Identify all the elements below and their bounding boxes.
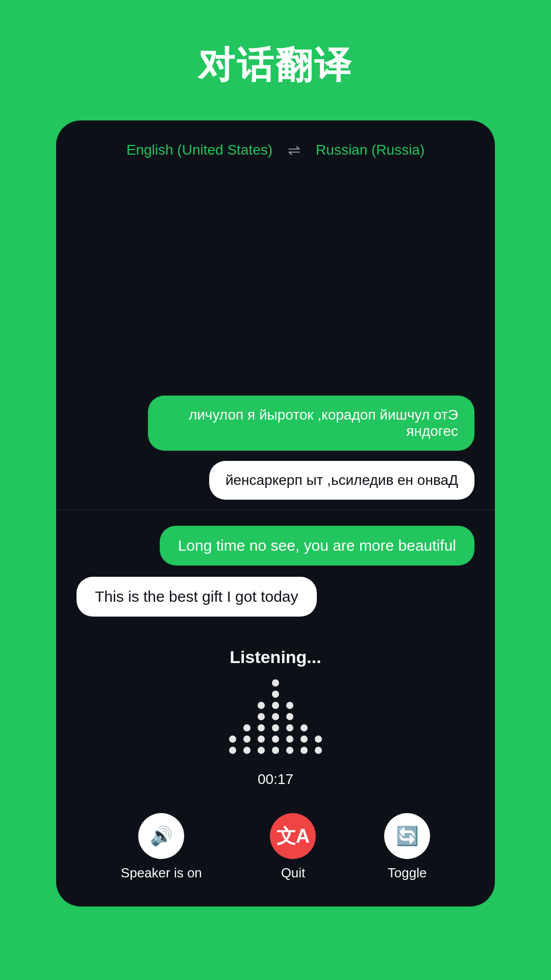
wave-dot	[258, 747, 265, 754]
wave-dot	[315, 747, 322, 754]
wave-dot	[286, 747, 293, 754]
toggle-control[interactable]: 🔄 Toggle	[384, 813, 430, 881]
wave-dot	[286, 713, 293, 720]
quit-button[interactable]: 文A	[270, 813, 316, 859]
wave-dot	[286, 702, 293, 709]
wave-dot	[300, 736, 308, 743]
language-bar: English (United States) ⇌ Russian (Russi…	[56, 120, 495, 174]
wave-dot	[315, 736, 322, 743]
wave-dot	[229, 736, 236, 743]
source-language[interactable]: English (United States)	[127, 142, 272, 158]
wave-dot	[229, 747, 236, 754]
chat-area-bottom: Long time no see, you are more beautiful…	[56, 510, 495, 632]
wave-dot	[300, 747, 308, 754]
flipped-white-bubble: Давно не виделись, ты прекрасней	[209, 461, 474, 500]
wave-dot	[258, 724, 265, 731]
swap-icon[interactable]: ⇌	[288, 141, 300, 159]
wave-col-3	[258, 702, 265, 754]
wave-dot	[272, 679, 279, 687]
app-title: 对话翻译	[198, 41, 353, 90]
flipped-green-bubble: Это лучший подарок, который я получил се…	[148, 396, 474, 451]
timer: 00:17	[258, 771, 293, 788]
target-language[interactable]: Russian (Russia)	[316, 142, 424, 158]
listening-section: Listening...	[56, 632, 495, 798]
wave-dot	[243, 724, 251, 731]
speaker-button[interactable]: 🔊	[138, 813, 184, 859]
wave-dot	[258, 702, 265, 709]
green-bubble: Long time no see, you are more beautiful	[160, 526, 474, 566]
wave-dot	[243, 747, 251, 754]
wave-col-6	[300, 724, 308, 754]
wave-dot	[272, 724, 279, 731]
translate-icon: 文A	[277, 823, 310, 849]
speaker-icon: 🔊	[150, 825, 173, 847]
phone-card: English (United States) ⇌ Russian (Russi…	[56, 120, 495, 906]
wave-dot	[272, 747, 279, 754]
wave-col-1	[229, 736, 236, 754]
wave-dot	[258, 713, 265, 720]
wave-dot	[286, 736, 293, 743]
quit-label: Quit	[281, 865, 306, 881]
toggle-label: Toggle	[388, 865, 427, 881]
listening-status: Listening...	[230, 647, 321, 667]
wave-dot	[300, 724, 308, 731]
wave-col-4	[272, 679, 279, 754]
speaker-control[interactable]: 🔊 Speaker is on	[121, 813, 202, 881]
wave-col-5	[286, 702, 293, 754]
quit-control[interactable]: 文A Quit	[270, 813, 316, 881]
toggle-button[interactable]: 🔄	[384, 813, 430, 859]
toggle-icon: 🔄	[396, 825, 419, 847]
wave-dot	[272, 736, 279, 743]
wave-dot	[272, 713, 279, 720]
wave-dot	[286, 724, 293, 731]
chat-area-top: Это лучший подарок, который я получил се…	[56, 174, 495, 510]
bottom-controls: 🔊 Speaker is on 文A Quit 🔄 Toggle	[56, 798, 495, 906]
wave-dot	[258, 736, 265, 743]
speaker-label: Speaker is on	[121, 865, 202, 881]
wave-dot	[272, 702, 279, 709]
wave-col-7	[315, 736, 322, 754]
wave-col-2	[243, 724, 251, 754]
waveform	[229, 677, 322, 759]
wave-dot	[272, 691, 279, 698]
white-bubble: This is the best gift I got today	[77, 577, 317, 617]
wave-dot	[243, 736, 251, 743]
